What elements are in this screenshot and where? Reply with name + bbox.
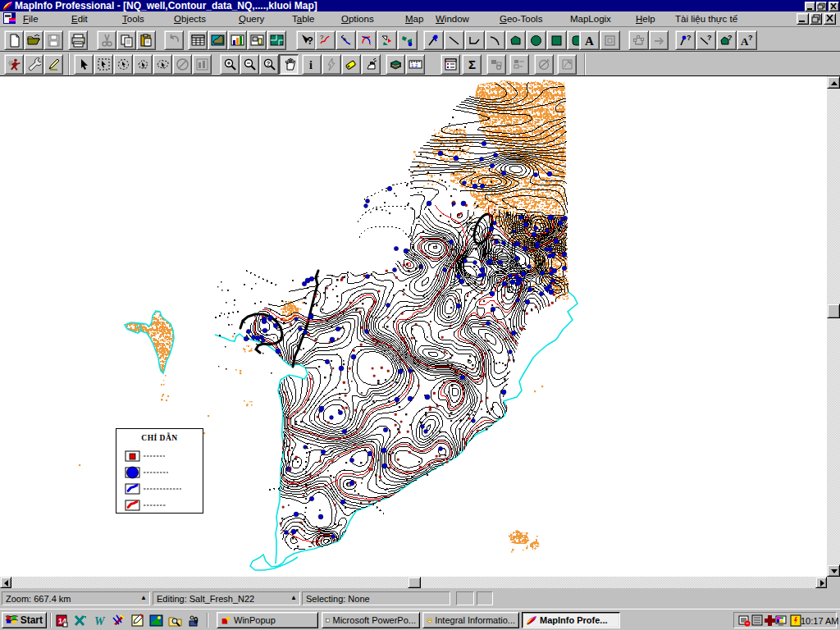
svg-text:A: A: [585, 34, 594, 48]
svg-text:?: ?: [707, 34, 712, 42]
svg-text:?: ?: [728, 34, 733, 42]
svg-text:i: i: [309, 59, 313, 71]
svg-text:Σ: Σ: [468, 57, 476, 71]
svg-text:9: 9: [194, 616, 199, 625]
svg-text:W: W: [94, 615, 106, 628]
svg-text:1.2: 1.2: [411, 63, 418, 68]
svg-text:?: ?: [687, 34, 692, 42]
svg-text:?: ?: [307, 34, 313, 47]
svg-text:?: ?: [266, 60, 270, 67]
svg-text:?: ?: [320, 34, 324, 41]
svg-text:?: ?: [748, 34, 753, 42]
